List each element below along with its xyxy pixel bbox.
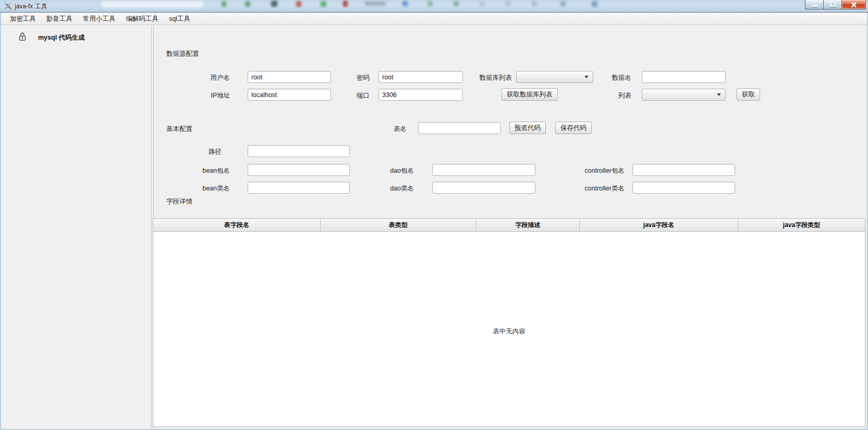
sidebar: mysql 代码生成 — [1, 26, 151, 429]
window-controls — [805, 0, 866, 9]
column-header-java-field-name[interactable]: java字段名 — [580, 219, 738, 231]
glass-blur-decoration — [427, 1, 433, 6]
section-label-basic: 基本配置 — [166, 125, 192, 134]
table-list-label: 列表 — [618, 91, 631, 100]
db-list-label: 数据库列表 — [480, 74, 512, 82]
bean-package-input[interactable] — [248, 164, 350, 176]
section-label-fields-detail: 字段详情 — [166, 197, 192, 206]
port-input[interactable] — [378, 89, 463, 101]
username-input[interactable] — [248, 71, 331, 83]
username-label: 用户名 — [211, 74, 230, 82]
minimize-icon — [812, 5, 817, 7]
path-input[interactable] — [248, 145, 350, 157]
fetch-button[interactable]: 获取 — [737, 88, 760, 101]
column-header-table-field-name[interactable]: 表字段名 — [153, 219, 321, 231]
password-label: 密码 — [357, 74, 370, 82]
path-label: 路径 — [209, 148, 222, 157]
close-button[interactable] — [841, 0, 866, 9]
chevron-down-icon — [717, 93, 721, 96]
window-title: java-fx 工具 — [15, 2, 47, 11]
dao-class-input[interactable] — [432, 182, 535, 194]
ip-input[interactable] — [248, 89, 331, 101]
menu-item-common-utils[interactable]: 常用小工具 — [78, 13, 121, 25]
sidebar-item-mysql-codegen[interactable]: mysql 代码生成 — [1, 29, 151, 44]
glass-blur-decoration — [271, 1, 277, 7]
save-code-button[interactable]: 保存代码 — [555, 122, 592, 134]
fetch-db-list-button[interactable]: 获取数据库列表 — [502, 88, 558, 101]
titlebar: java-fx 工具 — [0, 0, 868, 13]
password-input[interactable] — [378, 71, 463, 83]
bean-class-input[interactable] — [248, 182, 350, 194]
column-header-field-description[interactable]: 字段描述 — [476, 219, 580, 231]
glass-blur-decoration — [532, 1, 537, 6]
dao-package-input[interactable] — [432, 164, 535, 176]
glass-blur-decoration — [506, 1, 510, 6]
glass-blur-decoration — [296, 1, 301, 7]
glass-blur-decoration — [102, 1, 203, 8]
controller-package-input[interactable] — [632, 164, 735, 176]
glass-blur-decoration — [402, 1, 408, 6]
glass-blur-decoration — [480, 1, 484, 6]
menu-item-codec-tools[interactable]: 编解码工具 — [121, 13, 164, 25]
bean-package-label: bean包名 — [202, 166, 230, 175]
dao-package-label: dao包名 — [390, 166, 414, 175]
glass-blur-decoration — [222, 1, 226, 7]
table-name-label: 表名 — [394, 125, 407, 134]
controller-package-label: controller包名 — [585, 166, 625, 175]
glass-blur-decoration — [560, 1, 566, 6]
dao-class-label: dao类名 — [390, 184, 414, 193]
chevron-down-icon — [584, 76, 589, 78]
menu-item-sql-tools[interactable]: sql工具 — [164, 13, 195, 25]
table-header-row: 表字段名 表类型 字段描述 java字段名 java字段类型 — [153, 219, 865, 232]
glass-blur-decoration — [592, 1, 597, 7]
table-list-combobox[interactable] — [642, 89, 726, 101]
glass-blur-decoration — [454, 1, 459, 6]
db-list-combobox[interactable] — [516, 71, 593, 83]
controller-class-label: controller类名 — [585, 184, 625, 193]
table-empty-placeholder: 表中无内容 — [153, 327, 865, 336]
controller-class-input[interactable] — [632, 182, 735, 194]
glass-blur-decoration — [321, 1, 326, 7]
db-name-label: 数据名 — [612, 74, 632, 82]
app-window: java-fx 工具 加密工具 影音工具 常用小工具 编解码工具 sql工具 — [0, 0, 868, 430]
sidebar-item-label: mysql 代码生成 — [38, 33, 85, 42]
port-label: 端口 — [357, 91, 370, 100]
preview-code-button[interactable]: 预览代码 — [509, 122, 546, 134]
fields-table: 表字段名 表类型 字段描述 java字段名 java字段类型 表中无内容 — [153, 218, 865, 427]
close-icon — [851, 2, 857, 8]
column-header-table-type[interactable]: 表类型 — [321, 219, 476, 231]
minimize-button[interactable] — [805, 0, 823, 9]
window-frame-left — [0, 13, 1, 430]
menu-item-encryption-tools[interactable]: 加密工具 — [5, 13, 41, 25]
glass-blur-decoration — [245, 1, 250, 7]
glass-blur-decoration — [365, 2, 386, 6]
menu-item-media-tools[interactable]: 影音工具 — [41, 13, 78, 25]
menubar: 加密工具 影音工具 常用小工具 编解码工具 sql工具 — [1, 13, 867, 25]
column-header-java-field-type[interactable]: java字段类型 — [738, 219, 865, 231]
bean-class-label: bean类名 — [202, 184, 230, 193]
app-tools-icon — [4, 2, 12, 10]
maximize-icon — [830, 2, 836, 7]
ip-label: IP地址 — [211, 91, 230, 100]
lock-icon — [18, 32, 27, 41]
section-label-datasource: 数据源配置 — [166, 50, 199, 58]
glass-blur-decoration — [343, 1, 348, 7]
maximize-button[interactable] — [823, 0, 841, 9]
table-name-input[interactable] — [418, 122, 501, 134]
db-name-input[interactable] — [642, 71, 726, 83]
